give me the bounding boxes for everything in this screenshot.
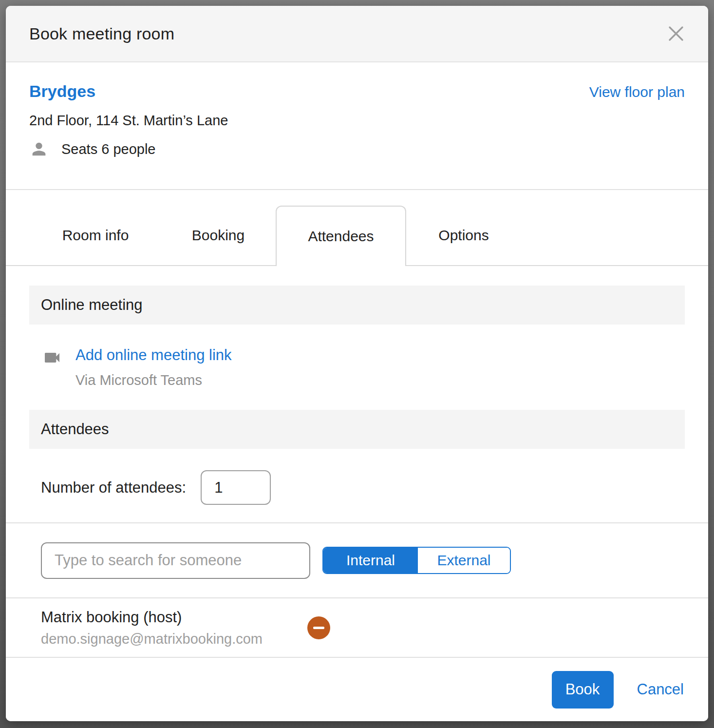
add-online-meeting-link[interactable]: Add online meeting link	[75, 346, 232, 364]
room-capacity-row: Seats 6 people	[29, 139, 685, 159]
tab-room-info[interactable]: Room info	[34, 206, 157, 265]
room-name-link[interactable]: Brydges	[29, 82, 95, 101]
dialog-title: Book meeting room	[29, 24, 174, 43]
room-address: 2nd Floor, 114 St. Martin’s Lane	[29, 113, 685, 129]
attendee-count-row: Number of attendees:	[41, 470, 685, 505]
attendees-section-header: Attendees	[29, 410, 685, 449]
room-summary: Brydges View floor plan 2nd Floor, 114 S…	[6, 62, 708, 189]
internal-external-toggle: Internal External	[322, 547, 511, 574]
host-name: Matrix booking (host)	[41, 608, 263, 627]
tab-options[interactable]: Options	[402, 206, 525, 265]
room-capacity-label: Seats 6 people	[61, 141, 155, 157]
person-icon	[29, 139, 49, 159]
dialog-footer: Book Cancel	[6, 658, 708, 721]
remove-attendee-button[interactable]	[307, 616, 330, 639]
attendee-count-input[interactable]	[201, 470, 271, 505]
tab-bar: Room info Booking Attendees Options	[6, 189, 708, 266]
tab-attendees[interactable]: Attendees	[276, 206, 406, 266]
dialog-header: Book meeting room	[6, 6, 708, 62]
book-button[interactable]: Book	[552, 671, 614, 709]
remove-minus-icon	[313, 627, 324, 629]
online-meeting-row: Add online meeting link Via Microsoft Te…	[42, 346, 685, 389]
online-meeting-provider: Via Microsoft Teams	[75, 371, 232, 389]
cancel-button[interactable]: Cancel	[637, 681, 684, 698]
attendee-count-label: Number of attendees:	[41, 479, 186, 497]
online-meeting-section-header: Online meeting	[29, 286, 685, 325]
host-email: demo.signage@matrixbooking.com	[41, 631, 263, 647]
book-meeting-room-dialog: Book meeting room Brydges View floor pla…	[6, 6, 708, 721]
toggle-external-button[interactable]: External	[418, 548, 510, 573]
attendee-search-input[interactable]	[41, 542, 310, 579]
attendee-list-item-host: Matrix booking (host) demo.signage@matri…	[6, 598, 708, 658]
close-icon	[667, 24, 685, 43]
tab-booking[interactable]: Booking	[157, 206, 280, 265]
toggle-internal-button[interactable]: Internal	[323, 548, 418, 573]
attendee-search-row: Internal External	[6, 522, 708, 598]
view-floor-plan-link[interactable]: View floor plan	[589, 84, 685, 100]
videocam-icon	[42, 348, 62, 367]
close-button[interactable]	[665, 23, 687, 44]
attendees-tab-panel: Online meeting Add online meeting link V…	[6, 266, 708, 522]
